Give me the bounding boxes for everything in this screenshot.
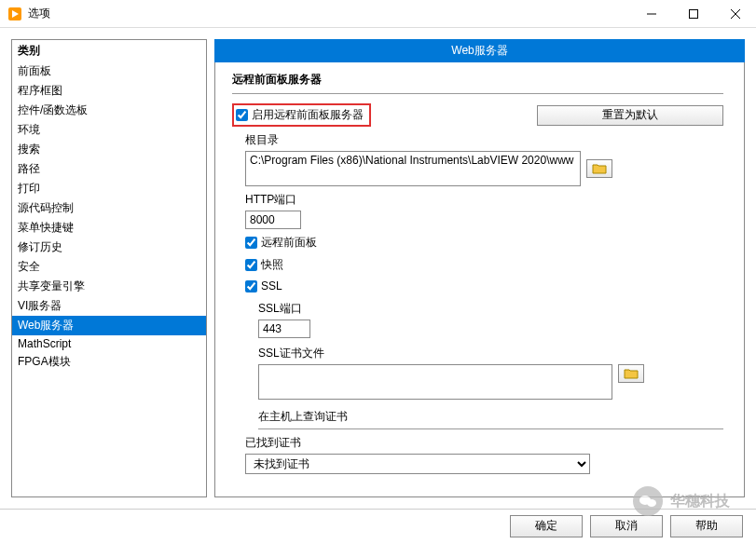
sidebar-item-5[interactable]: 路径 — [12, 159, 206, 179]
category-sidebar[interactable]: 类别 前面板程序框图控件/函数选板环境搜索路径打印源代码控制菜单快捷键修订历史安… — [11, 39, 207, 497]
sidebar-item-4[interactable]: 搜索 — [12, 140, 206, 159]
settings-panel: 远程前面板服务器 启用远程前面板服务器 重置为默认 根目录 HTTP端口 — [214, 62, 745, 497]
sidebar-item-2[interactable]: 控件/函数选板 — [12, 101, 206, 120]
found-cert-label: 已找到证书 — [245, 435, 723, 451]
remote-panel-label: 远程前面板 — [261, 235, 317, 251]
browse-root-button[interactable] — [586, 159, 612, 178]
sidebar-item-3[interactable]: 环境 — [12, 120, 206, 140]
enable-label: 启用远程前面板服务器 — [252, 107, 364, 123]
sidebar-item-14[interactable]: MathScript — [12, 335, 206, 352]
remote-panel-checkbox[interactable]: 远程前面板 — [245, 235, 317, 251]
root-dir-input[interactable] — [245, 151, 581, 186]
root-dir-label: 根目录 — [245, 132, 723, 148]
sidebar-item-0[interactable]: 前面板 — [12, 61, 206, 81]
ok-button[interactable]: 确定 — [510, 515, 583, 537]
ssl-port-input[interactable] — [258, 320, 310, 338]
sidebar-item-1[interactable]: 程序框图 — [12, 81, 206, 101]
enable-highlight: 启用远程前面板服务器 — [232, 103, 371, 127]
browse-ssl-cert-button[interactable] — [618, 364, 644, 383]
sidebar-item-8[interactable]: 菜单快捷键 — [12, 218, 206, 238]
sidebar-item-7[interactable]: 源代码控制 — [12, 198, 206, 218]
window-title: 选项 — [28, 6, 630, 21]
ssl-checkbox[interactable]: SSL — [245, 279, 282, 292]
cancel-button[interactable]: 取消 — [590, 515, 663, 537]
snapshot-label: 快照 — [261, 257, 283, 273]
divider — [258, 428, 723, 429]
close-button[interactable] — [714, 0, 756, 28]
sidebar-item-15[interactable]: FPGA模块 — [12, 352, 206, 372]
ssl-label: SSL — [261, 279, 282, 292]
page-title-bar: Web服务器 — [214, 39, 745, 62]
found-cert-select[interactable]: 未找到证书 — [245, 454, 590, 474]
maximize-button[interactable] — [672, 0, 714, 28]
ssl-port-label: SSL端口 — [258, 301, 723, 317]
reset-defaults-button[interactable]: 重置为默认 — [537, 105, 723, 126]
ssl-cert-file-input[interactable] — [258, 364, 612, 400]
sidebar-item-13[interactable]: Web服务器 — [12, 316, 206, 335]
app-logo-icon — [7, 7, 22, 21]
minimize-button[interactable] — [630, 0, 672, 28]
host-lookup-label: 在主机上查询证书 — [258, 409, 723, 425]
titlebar: 选项 — [0, 0, 756, 28]
section-title: 远程前面板服务器 — [232, 72, 723, 88]
category-header: 类别 — [12, 40, 206, 61]
divider — [232, 93, 723, 94]
sidebar-item-10[interactable]: 安全 — [12, 257, 206, 277]
snapshot-checkbox[interactable]: 快照 — [245, 257, 283, 273]
enable-remote-panel-checkbox[interactable]: 启用远程前面板服务器 — [236, 107, 364, 123]
dialog-footer: 确定 取消 帮助 — [0, 509, 756, 542]
sidebar-item-9[interactable]: 修订历史 — [12, 238, 206, 257]
http-port-label: HTTP端口 — [245, 192, 723, 208]
sidebar-item-12[interactable]: VI服务器 — [12, 296, 206, 316]
svg-rect-3 — [689, 9, 697, 18]
sidebar-item-6[interactable]: 打印 — [12, 179, 206, 198]
ssl-cert-file-label: SSL证书文件 — [258, 346, 723, 361]
help-button[interactable]: 帮助 — [670, 515, 743, 537]
sidebar-item-11[interactable]: 共享变量引擎 — [12, 277, 206, 296]
http-port-input[interactable] — [245, 211, 301, 229]
